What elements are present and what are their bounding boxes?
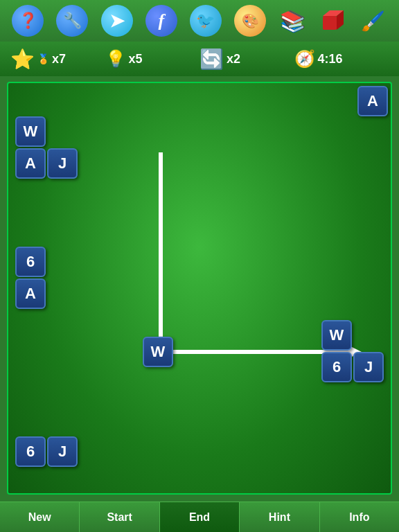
tile-W3[interactable]: W [321, 320, 352, 351]
nav-new[interactable]: New [0, 502, 80, 532]
multicolor-button[interactable]: 🎨 [234, 5, 266, 37]
hints-count: x5 [129, 52, 143, 66]
tile-6-2[interactable]: 6 [321, 352, 352, 382]
compass-icon: 🧭 [294, 49, 315, 69]
tile-6-3[interactable]: 6 [15, 436, 46, 467]
toolbar: ❓ 🔧 ➤ f 🐦 🎨 📚 🖌️ [0, 0, 399, 42]
tile-A2[interactable]: A [15, 278, 46, 309]
tile-W1[interactable]: W [15, 116, 46, 147]
nav-info[interactable]: Info [320, 502, 399, 532]
game-wrapper: W A J 6 A A W W 6 J 6 J [0, 76, 399, 495]
stars-stat: ⭐ 🏅 x7 [10, 48, 105, 71]
bulb-icon: 💡 [105, 49, 126, 69]
star-icon: ⭐ [10, 48, 35, 71]
tile-J3[interactable]: J [47, 436, 78, 467]
hints-stat: 💡 x5 [105, 49, 200, 69]
tile-J2[interactable]: J [353, 352, 384, 382]
cube-button[interactable] [319, 6, 347, 36]
help-button[interactable]: ❓ [12, 5, 44, 37]
nav-start[interactable]: Start [80, 502, 159, 532]
tile-A1[interactable]: A [15, 148, 46, 179]
tile-W2[interactable]: W [143, 337, 173, 367]
settings-button[interactable]: 🔧 [56, 5, 88, 37]
tile-6-1[interactable]: 6 [15, 247, 46, 277]
books-button[interactable]: 📚 [278, 6, 306, 36]
game-area[interactable]: W A J 6 A A W W 6 J 6 J [7, 82, 392, 495]
stats-bar: ⭐ 🏅 x7 💡 x5 🔄 x2 🧭 4:16 [0, 42, 399, 76]
nav-hint[interactable]: Hint [240, 502, 319, 532]
navbar: New Start End Hint Info [0, 502, 399, 532]
tile-A3[interactable]: A [357, 86, 388, 116]
nav-end[interactable]: End [160, 502, 240, 532]
paint-button[interactable]: 🖌️ [360, 6, 387, 36]
tile-J1[interactable]: J [47, 148, 78, 179]
timer-display: 4:16 [318, 52, 343, 66]
refresh-icon: 🔄 [200, 48, 224, 71]
arrow-path [8, 83, 391, 493]
share-button[interactable]: ➤ [101, 5, 133, 37]
refresh-count: x2 [227, 52, 240, 66]
facebook-button[interactable]: f [145, 5, 177, 37]
timer-stat: 🧭 4:16 [294, 49, 389, 69]
refresh-stat: 🔄 x2 [200, 48, 294, 71]
stars-count: x7 [52, 52, 66, 66]
twitter-button[interactable]: 🐦 [190, 5, 222, 37]
svg-rect-0 [323, 16, 337, 30]
